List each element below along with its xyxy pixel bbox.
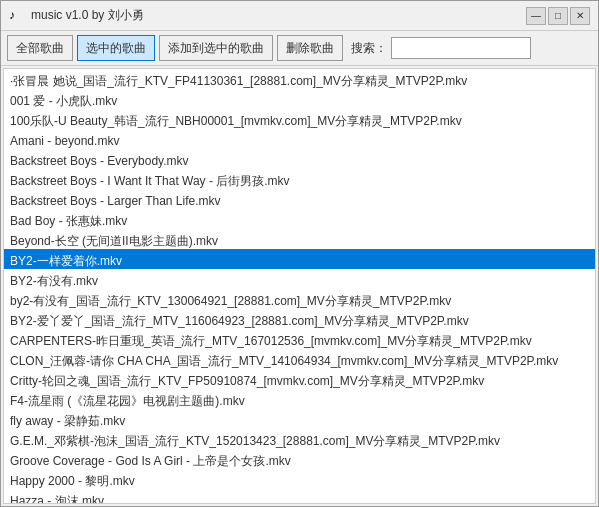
list-item[interactable]: Amani - beyond.mkv	[4, 129, 595, 149]
list-item[interactable]: Backstreet Boys - Everybody.mkv	[4, 149, 595, 169]
title-bar-left: ♪ music v1.0 by 刘小勇	[9, 7, 144, 24]
search-input[interactable]	[391, 37, 531, 59]
selected-songs-button[interactable]: 选中的歌曲	[77, 35, 155, 61]
list-item[interactable]: CLON_汪佩蓉-请你 CHA CHA_国语_流行_MTV_141064934_…	[4, 349, 595, 369]
minimize-button[interactable]: —	[526, 7, 546, 25]
list-item[interactable]: 001 爱 - 小虎队.mkv	[4, 89, 595, 109]
list-item[interactable]: Groove Coverage - God Is A Girl - 上帝是个女孩…	[4, 449, 595, 469]
search-label: 搜索：	[351, 40, 387, 57]
list-item[interactable]: Backstreet Boys - Larger Than Life.mkv	[4, 189, 595, 209]
list-item[interactable]: Happy 2000 - 黎明.mkv	[4, 469, 595, 489]
list-item[interactable]: BY2-爱丫爱丫_国语_流行_MTV_116064923_[28881.com]…	[4, 309, 595, 329]
close-button[interactable]: ✕	[570, 7, 590, 25]
delete-song-button[interactable]: 删除歌曲	[277, 35, 343, 61]
list-item[interactable]: 100乐队-U Beauty_韩语_流行_NBH00001_[mvmkv.com…	[4, 109, 595, 129]
window-controls: — □ ✕	[526, 7, 590, 25]
list-item[interactable]: ·张冒晨 她说_国语_流行_KTV_FP41130361_[28881.com]…	[4, 69, 595, 89]
list-item[interactable]: BY2-一样爱着你.mkv	[4, 249, 595, 269]
list-item[interactable]: F4-流星雨 (《流星花园》电视剧主题曲).mkv	[4, 389, 595, 409]
list-item[interactable]: CARPENTERS-昨日重现_英语_流行_MTV_167012536_[mvm…	[4, 329, 595, 349]
list-item[interactable]: by2-有没有_国语_流行_KTV_130064921_[28881.com]_…	[4, 289, 595, 309]
app-icon: ♪	[9, 8, 25, 24]
list-item[interactable]: Critty-轮回之魂_国语_流行_KTV_FP50910874_[mvmkv.…	[4, 369, 595, 389]
list-item[interactable]: BY2-有没有.mkv	[4, 269, 595, 289]
list-item[interactable]: Backstreet Boys - I Want It That Way - 后…	[4, 169, 595, 189]
toolbar: 全部歌曲 选中的歌曲 添加到选中的歌曲 删除歌曲 搜索：	[1, 31, 598, 66]
main-window: ♪ music v1.0 by 刘小勇 — □ ✕ 全部歌曲 选中的歌曲 添加到…	[0, 0, 599, 507]
list-item[interactable]: fly away - 梁静茹.mkv	[4, 409, 595, 429]
list-item[interactable]: G.E.M._邓紫棋-泡沫_国语_流行_KTV_152013423_[28881…	[4, 429, 595, 449]
list-item[interactable]: Beyond-长空 (无间道II电影主题曲).mkv	[4, 229, 595, 249]
all-songs-button[interactable]: 全部歌曲	[7, 35, 73, 61]
add-to-selected-button[interactable]: 添加到选中的歌曲	[159, 35, 273, 61]
list-item[interactable]: Bad Boy - 张惠妹.mkv	[4, 209, 595, 229]
maximize-button[interactable]: □	[548, 7, 568, 25]
title-bar: ♪ music v1.0 by 刘小勇 — □ ✕	[1, 1, 598, 31]
song-list[interactable]: ·张冒晨 她说_国语_流行_KTV_FP41130361_[28881.com]…	[3, 68, 596, 504]
window-title: music v1.0 by 刘小勇	[31, 7, 144, 24]
list-item[interactable]: Hazza - 泡沫.mkv	[4, 489, 595, 504]
